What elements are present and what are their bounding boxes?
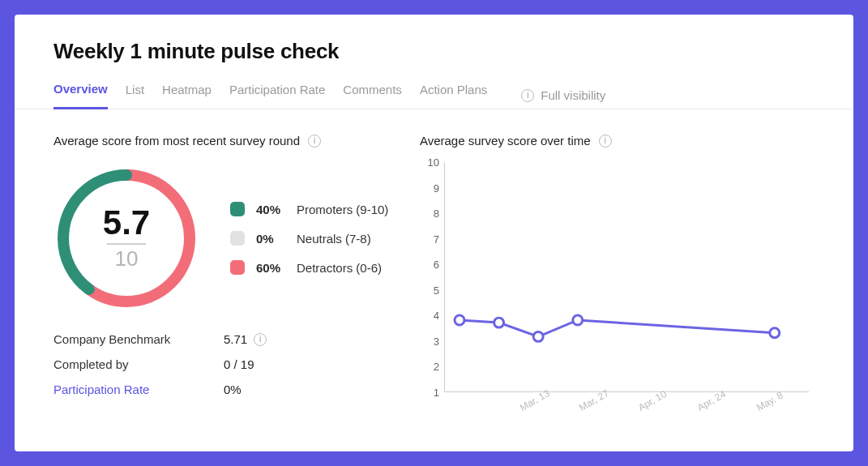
legend-pct: 40% bbox=[256, 203, 285, 216]
score-scale: 10 bbox=[107, 243, 146, 271]
info-icon: i bbox=[521, 89, 534, 102]
legend-label: Neutrals (7-8) bbox=[297, 232, 371, 246]
score-donut-chart: 5.7 10 bbox=[53, 165, 199, 311]
legend-label: Promoters (9-10) bbox=[297, 203, 388, 216]
y-tick: 7 bbox=[434, 233, 439, 245]
y-tick: 4 bbox=[434, 310, 439, 322]
legend-pct: 0% bbox=[256, 232, 285, 246]
data-point[interactable] bbox=[770, 328, 780, 338]
tabs: Overview List Heatmap Participation Rate… bbox=[15, 82, 853, 109]
participation-rate-link[interactable]: Participation Rate bbox=[53, 383, 224, 396]
y-tick: 5 bbox=[434, 284, 439, 296]
swatch-icon bbox=[230, 260, 245, 275]
visibility-indicator: i Full visibility bbox=[521, 88, 605, 102]
legend-label: Detractors (0-6) bbox=[297, 261, 382, 275]
trend-line-chart: 12345678910 Mar, 13Mar, 27Apr, 10Apr, 24… bbox=[420, 156, 809, 423]
trend-heading: Average survey score over time bbox=[420, 134, 591, 147]
tab-heatmap[interactable]: Heatmap bbox=[162, 83, 212, 108]
data-point[interactable] bbox=[455, 315, 464, 325]
benchmark-label: Company Benchmark bbox=[53, 332, 224, 346]
info-icon[interactable]: i bbox=[599, 135, 612, 147]
page-title: Weekly 1 minute pulse check bbox=[53, 39, 815, 64]
y-tick: 3 bbox=[434, 335, 439, 347]
tab-comments[interactable]: Comments bbox=[343, 83, 402, 108]
x-tick: Apr, 10 bbox=[636, 388, 669, 413]
legend-neutrals: 0% Neutrals (7-8) bbox=[230, 231, 388, 246]
y-tick: 8 bbox=[434, 207, 439, 220]
y-tick: 10 bbox=[427, 156, 438, 169]
info-icon[interactable]: i bbox=[254, 333, 267, 346]
legend-detractors: 60% Detractors (0-6) bbox=[230, 260, 388, 275]
x-tick: Apr, 24 bbox=[695, 388, 728, 413]
participation-rate-value: 0% bbox=[224, 383, 242, 396]
tab-action-plans[interactable]: Action Plans bbox=[420, 83, 487, 108]
x-tick: May, 8 bbox=[755, 389, 785, 413]
y-tick: 1 bbox=[434, 387, 439, 399]
tab-participation-rate[interactable]: Participation Rate bbox=[229, 83, 325, 108]
avg-score-heading: Average score from most recent survey ro… bbox=[53, 134, 300, 147]
score-value: 5.7 bbox=[103, 206, 150, 240]
data-point[interactable] bbox=[533, 331, 543, 341]
y-tick: 2 bbox=[434, 361, 439, 373]
swatch-icon bbox=[230, 202, 245, 216]
benchmark-value: 5.71 bbox=[224, 332, 247, 346]
y-tick: 9 bbox=[434, 182, 439, 194]
y-tick: 6 bbox=[434, 259, 439, 271]
trend-line bbox=[460, 320, 775, 336]
swatch-icon bbox=[230, 231, 245, 246]
donut-legend: 40% Promoters (9-10) 0% Neutrals (7-8) 6… bbox=[230, 202, 388, 275]
tab-list[interactable]: List bbox=[126, 83, 144, 108]
legend-promoters: 40% Promoters (9-10) bbox=[230, 202, 388, 216]
info-icon[interactable]: i bbox=[308, 135, 321, 147]
tab-overview[interactable]: Overview bbox=[53, 82, 108, 109]
visibility-label: Full visibility bbox=[541, 88, 605, 102]
data-point[interactable] bbox=[494, 318, 504, 327]
legend-pct: 60% bbox=[256, 261, 285, 275]
completed-value: 0 / 19 bbox=[224, 357, 254, 371]
completed-label: Completed by bbox=[53, 357, 224, 371]
data-point[interactable] bbox=[573, 315, 583, 325]
